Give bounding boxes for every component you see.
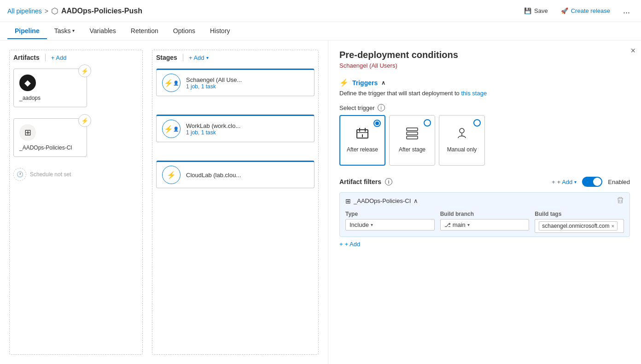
stages-header: Stages + Add ▾ [156, 54, 315, 61]
schedule-icon: 🕐 [13, 168, 26, 181]
tab-bar: Pipeline Tasks ▾ Variables Retention Opt… [0, 22, 641, 40]
trigger-after-release-radio [373, 120, 381, 127]
tag-close-0[interactable]: × [611, 223, 614, 229]
artifact-trigger-ci: ⚡ [78, 114, 91, 127]
artifacts-header: Artifacts + Add [13, 54, 139, 61]
filter-type-dropdown-icon: ▾ [371, 222, 373, 227]
artifact-filters-header: Artifact filters i + + Add ▾ Enabled [339, 177, 630, 187]
artifact-filter-name[interactable]: ⊞ _AADOps-Policies-CI ∧ [345, 197, 418, 205]
filter-branch-value: main [453, 221, 466, 228]
tab-retention[interactable]: Retention [123, 23, 166, 39]
artifact-card-aadops-inner[interactable]: ⚡ ◆ _aadops [13, 69, 87, 107]
stages-add-dropdown-icon: ▾ [206, 55, 209, 60]
artifact-card-ci: ⚡ ⊞ _AADOps-Policies-CI [13, 118, 139, 157]
stages-add-button[interactable]: + Add ▾ [189, 54, 209, 61]
select-trigger-row: Select trigger i [339, 104, 630, 111]
svg-rect-7 [407, 136, 418, 139]
artifact-filters-right: + + Add ▾ Enabled [552, 177, 630, 187]
svg-rect-6 [407, 132, 418, 135]
stages-column: Stages + Add ▾ ⚡👤 Schaengel (All Use... … [152, 50, 319, 355]
panel-subtitle: Schaengel (All Users) [339, 62, 630, 69]
toggle-enabled-label: Enabled [608, 179, 630, 185]
rocket-icon: 🚀 [561, 7, 568, 14]
artifact-filters-info-icon[interactable]: i [385, 178, 392, 185]
main-content: Artifacts + Add ⚡ ◆ _aadops ⚡ [0, 40, 641, 364]
triggers-description: Define the trigger that will start deplo… [339, 90, 630, 97]
header-divider [45, 54, 46, 61]
trigger-manual-only[interactable]: Manual only [439, 115, 485, 166]
trigger-after-release-label: After release [347, 146, 378, 154]
add-filter-row-button[interactable]: + + Add [339, 241, 630, 248]
filter-type-select[interactable]: Include ▾ [345, 219, 435, 231]
trigger-manual-only-radio [473, 119, 481, 127]
artifact-card-ci-inner[interactable]: ⚡ ⊞ _AADOps-Policies-CI [13, 118, 87, 157]
stage-info-cloudlab: CloudLab (lab.clou... [186, 172, 309, 179]
stage-trigger-icon-schaengel: ⚡👤 [162, 74, 181, 92]
stage-card-worklab[interactable]: ⚡👤 WorkLab (work.clo... 1 job, 1 task [156, 115, 315, 142]
stage-card-cloudlab[interactable]: ⚡ CloudLab (lab.clou... [156, 161, 315, 188]
trigger-after-stage-label: After stage [399, 146, 425, 154]
stages-divider [183, 54, 183, 61]
stage-info-schaengel: Schaengel (All Use... 1 job, 1 task [186, 76, 309, 90]
trigger-after-release[interactable]: After release [339, 115, 385, 166]
top-bar: All pipelines > ⬡ AADOps-Policies-Push 💾… [0, 0, 641, 22]
filter-branch-dropdown-icon: ▾ [467, 222, 470, 227]
artifact-icon-aadops: ◆ [19, 75, 36, 91]
schedule-card: 🕐 Schedule not set [13, 168, 139, 181]
artifacts-add-button[interactable]: + Add [51, 54, 67, 61]
trigger-manual-only-icon [455, 127, 468, 143]
artifact-filters-label: Artifact filters [339, 178, 381, 185]
tab-tasks[interactable]: Tasks ▾ [47, 23, 82, 39]
branch-icon: ⎇ [444, 222, 451, 228]
filter-branch-col: Build branch ⎇ main ▾ [440, 211, 530, 233]
top-bar-actions: 💾 Save 🚀 Create release ... [520, 4, 634, 17]
filter-artifact-icon: ⊞ [345, 197, 351, 205]
filter-branch-select[interactable]: ⎇ main ▾ [440, 219, 530, 231]
save-button[interactable]: 💾 Save [520, 6, 552, 16]
stage-name-schaengel: Schaengel (All Use... [186, 76, 309, 83]
tab-options[interactable]: Options [166, 23, 203, 39]
artifact-filters-add-button[interactable]: + + Add ▾ [552, 179, 577, 185]
artifact-filter-row-header: ⊞ _AADOps-Policies-CI ∧ [345, 196, 624, 205]
select-trigger-info-icon[interactable]: i [378, 104, 385, 111]
all-pipelines-link[interactable]: All pipelines [7, 7, 42, 15]
breadcrumb-separator: > [45, 7, 48, 15]
artifact-icon-ci: ⊞ [19, 124, 36, 141]
stage-tasks-worklab: 1 job, 1 task [186, 129, 309, 136]
breadcrumb: All pipelines > ⬡ AADOps-Policies-Push [7, 6, 142, 16]
artifact-filter-delete-button[interactable] [617, 196, 624, 205]
add-filter-dropdown-icon: ▾ [574, 179, 577, 185]
toggle-thumb [593, 178, 601, 186]
artifacts-column: Artifacts + Add ⚡ ◆ _aadops ⚡ [9, 50, 143, 355]
filter-type-label: Type [345, 211, 435, 217]
artifact-card-aadops: ⚡ ◆ _aadops [13, 69, 139, 107]
artifact-filters-toggle[interactable] [582, 177, 602, 187]
trigger-after-stage-radio [424, 119, 431, 127]
artifact-trigger-aadops: ⚡ [78, 64, 91, 77]
artifact-filters-left: Artifact filters i [339, 178, 392, 185]
select-trigger-label: Select trigger [339, 104, 375, 111]
stage-card-schaengel[interactable]: ⚡👤 Schaengel (All Use... 1 job, 1 task [156, 69, 315, 96]
tab-pipeline[interactable]: Pipeline [7, 23, 47, 39]
filter-chevron: ∧ [414, 197, 418, 204]
stage-name-worklab: WorkLab (work.clo... [186, 122, 309, 129]
triggers-section-label: ⚡ Triggers ∧ [339, 78, 630, 87]
filter-branch-label: Build branch [440, 211, 530, 217]
this-stage-link[interactable]: this stage [461, 90, 487, 97]
stage-trigger-icon-cloudlab: ⚡ [162, 166, 181, 184]
trigger-after-stage[interactable]: After stage [389, 115, 435, 166]
tab-history[interactable]: History [203, 23, 238, 39]
triggers-chevron[interactable]: ∧ [381, 80, 385, 86]
more-options-button[interactable]: ... [619, 4, 634, 17]
panel-close-button[interactable]: × [630, 46, 635, 56]
stage-name-cloudlab: CloudLab (lab.clou... [186, 172, 309, 179]
filter-tags-input[interactable]: schaengel.onmicrosoft.com × [535, 219, 624, 233]
artifact-name-aadops: _aadops [19, 95, 81, 101]
stage-info-worklab: WorkLab (work.clo... 1 job, 1 task [186, 122, 309, 136]
tab-variables[interactable]: Variables [82, 23, 123, 39]
trigger-cards-container: After release After stage [339, 115, 630, 166]
svg-point-8 [460, 128, 464, 133]
svg-rect-5 [407, 128, 418, 131]
artifact-filter-row-0: ⊞ _AADOps-Policies-CI ∧ Type Include ▾ [339, 192, 630, 237]
create-release-button[interactable]: 🚀 Create release [557, 6, 614, 16]
